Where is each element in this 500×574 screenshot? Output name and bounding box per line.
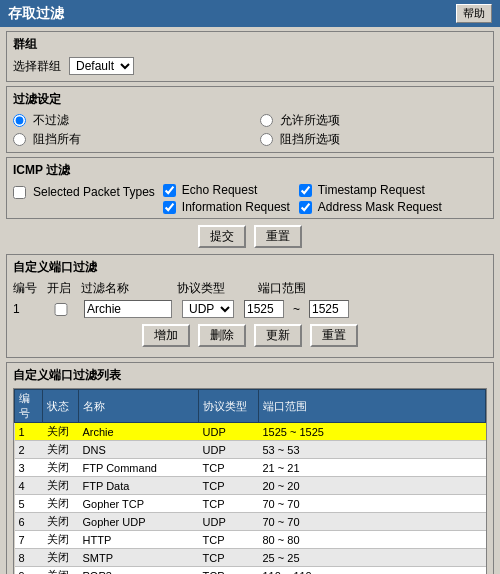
table-row[interactable]: 5 关闭 Gopher TCP TCP 70 ~ 70 — [15, 495, 486, 513]
selected-packet-types-label: Selected Packet Types — [33, 185, 155, 199]
table-row[interactable]: 1 关闭 Archie UDP 1525 ~ 1525 — [15, 423, 486, 441]
cell-name: FTP Data — [79, 477, 199, 495]
update-button[interactable]: 更新 — [254, 324, 302, 347]
cell-name: Gopher TCP — [79, 495, 199, 513]
cell-num: 2 — [15, 441, 43, 459]
help-button[interactable]: 帮助 — [456, 4, 492, 23]
cell-name: SMTP — [79, 549, 199, 567]
address-mask-request-label: Address Mask Request — [318, 200, 442, 214]
col-proto-header: 协议类型 — [177, 280, 252, 297]
cell-num: 8 — [15, 549, 43, 567]
cell-name: FTP Command — [79, 459, 199, 477]
form-port-to[interactable] — [309, 300, 349, 318]
page-title: 存取过滤 — [8, 5, 64, 23]
cell-num: 4 — [15, 477, 43, 495]
cell-proto: TCP — [199, 477, 259, 495]
filter-table-container: 编号 状态 名称 协议类型 端口范围 1 关闭 Archie UDP 1525 … — [13, 388, 487, 574]
timestamp-request-label: Timestamp Request — [318, 183, 425, 197]
cell-status: 关闭 — [43, 513, 79, 531]
radio-block-all-label: 阻挡所有 — [33, 131, 81, 148]
table-row[interactable]: 8 关闭 SMTP TCP 25 ~ 25 — [15, 549, 486, 567]
cell-status: 关闭 — [43, 567, 79, 575]
cell-port: 21 ~ 21 — [259, 459, 486, 477]
selected-packet-types-checkbox[interactable] — [13, 186, 26, 199]
radio-allow-selected[interactable] — [260, 114, 273, 127]
group-section-title: 群组 — [13, 36, 487, 53]
cell-status: 关闭 — [43, 423, 79, 441]
cell-proto: UDP — [199, 423, 259, 441]
group-label: 选择群组 — [13, 58, 61, 75]
cell-proto: TCP — [199, 549, 259, 567]
information-request-checkbox[interactable] — [163, 201, 176, 214]
cell-num: 1 — [15, 423, 43, 441]
col-port-header: 端口范围 — [258, 280, 306, 297]
cell-port: 110 ~ 110 — [259, 567, 486, 575]
cell-port: 1525 ~ 1525 — [259, 423, 486, 441]
timestamp-request-checkbox[interactable] — [299, 184, 312, 197]
col-num-header: 编号 — [13, 280, 41, 297]
delete-button[interactable]: 删除 — [198, 324, 246, 347]
cell-port: 70 ~ 70 — [259, 513, 486, 531]
cell-port: 53 ~ 53 — [259, 441, 486, 459]
cell-proto: TCP — [199, 567, 259, 575]
cell-status: 关闭 — [43, 549, 79, 567]
cell-status: 关闭 — [43, 459, 79, 477]
cell-num: 7 — [15, 531, 43, 549]
cell-num: 9 — [15, 567, 43, 575]
cell-status: 关闭 — [43, 477, 79, 495]
cell-proto: TCP — [199, 459, 259, 477]
submit-button[interactable]: 提交 — [198, 225, 246, 248]
echo-request-label: Echo Request — [182, 183, 257, 197]
table-row[interactable]: 9 关闭 POP3 TCP 110 ~ 110 — [15, 567, 486, 575]
reset-button1[interactable]: 重置 — [254, 225, 302, 248]
cell-status: 关闭 — [43, 495, 79, 513]
cell-status: 关闭 — [43, 531, 79, 549]
form-port-from[interactable] — [244, 300, 284, 318]
port-tilde: ~ — [293, 302, 300, 316]
col-name-header: 过滤名称 — [81, 280, 171, 297]
filter-section-title: 过滤设定 — [13, 91, 487, 108]
radio-block-all[interactable] — [13, 133, 26, 146]
cell-port: 70 ~ 70 — [259, 495, 486, 513]
table-row[interactable]: 3 关闭 FTP Command TCP 21 ~ 21 — [15, 459, 486, 477]
filter-list-title: 自定义端口过滤列表 — [13, 367, 487, 384]
col-enable-header: 开启 — [47, 280, 75, 297]
cell-name: HTTP — [79, 531, 199, 549]
cell-proto: TCP — [199, 531, 259, 549]
information-request-label: Information Request — [182, 200, 290, 214]
cell-status: 关闭 — [43, 441, 79, 459]
radio-no-filter[interactable] — [13, 114, 26, 127]
echo-request-checkbox[interactable] — [163, 184, 176, 197]
add-button[interactable]: 增加 — [142, 324, 190, 347]
address-mask-request-checkbox[interactable] — [299, 201, 312, 214]
cell-proto: UDP — [199, 441, 259, 459]
radio-block-selected[interactable] — [260, 133, 273, 146]
radio-no-filter-label: 不过滤 — [33, 112, 69, 129]
form-row-enable[interactable] — [47, 303, 75, 316]
cell-proto: UDP — [199, 513, 259, 531]
th-name: 名称 — [79, 390, 199, 423]
cell-port: 80 ~ 80 — [259, 531, 486, 549]
custom-filter-title: 自定义端口过滤 — [13, 259, 487, 276]
table-row[interactable]: 6 关闭 Gopher UDP UDP 70 ~ 70 — [15, 513, 486, 531]
cell-num: 3 — [15, 459, 43, 477]
radio-allow-selected-label: 允许所选项 — [280, 112, 340, 129]
table-row[interactable]: 7 关闭 HTTP TCP 80 ~ 80 — [15, 531, 486, 549]
table-row[interactable]: 2 关闭 DNS UDP 53 ~ 53 — [15, 441, 486, 459]
th-port: 端口范围 — [259, 390, 486, 423]
reset-button2[interactable]: 重置 — [310, 324, 358, 347]
th-proto: 协议类型 — [199, 390, 259, 423]
form-row-proto[interactable]: UDP TCP — [182, 300, 234, 318]
form-row-name[interactable] — [84, 300, 172, 318]
cell-num: 6 — [15, 513, 43, 531]
radio-block-selected-label: 阻挡所选项 — [280, 131, 340, 148]
table-row[interactable]: 4 关闭 FTP Data TCP 20 ~ 20 — [15, 477, 486, 495]
cell-name: DNS — [79, 441, 199, 459]
icmp-section-title: ICMP 过滤 — [13, 162, 487, 179]
th-num: 编号 — [15, 390, 43, 423]
cell-num: 5 — [15, 495, 43, 513]
cell-proto: TCP — [199, 495, 259, 513]
cell-name: Gopher UDP — [79, 513, 199, 531]
form-row-num: 1 — [13, 302, 41, 316]
group-select[interactable]: Default — [69, 57, 134, 75]
